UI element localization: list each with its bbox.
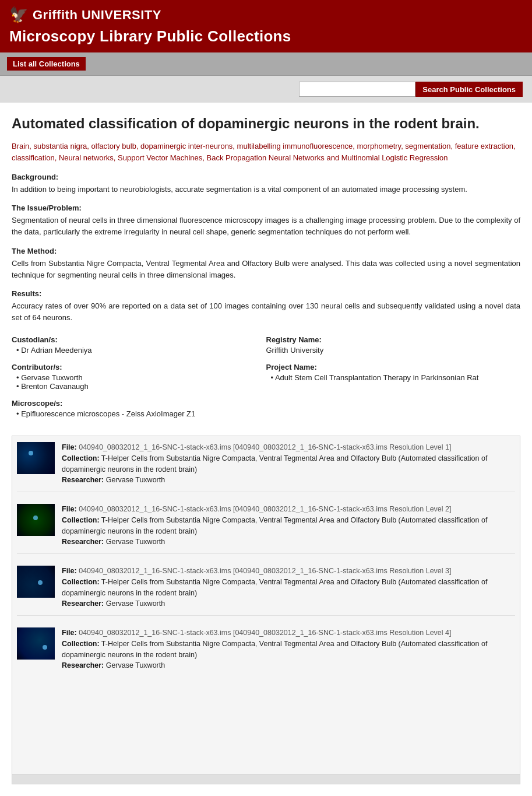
main-content: Automated classification of dopaminergic… [0, 103, 532, 796]
microscope-value: • Epifluorescence microscopes - Zeiss Ax… [12, 409, 266, 418]
file-item: File: 040940_08032012_1_16-SNC-1-stack-x… [17, 627, 515, 677]
registry-label: Registry Name: [266, 335, 521, 344]
section-background-title: Background: [12, 173, 520, 181]
project-label: Project Name: [266, 363, 521, 371]
file-item: File: 040940_08032012_1_16-SNC-1-stack-x… [17, 442, 515, 492]
section-results-title: Results: [12, 289, 520, 298]
contributor-value-1: • Gervase Tuxworth [12, 373, 266, 382]
file-info: File: 040940_08032012_1_16-SNC-1-stack-x… [62, 627, 515, 671]
search-button[interactable]: Search Public Collections [415, 82, 523, 97]
search-bar: Search Public Collections [0, 76, 532, 103]
file-researcher: Researcher: Gervase Tuxworth [62, 660, 515, 671]
section-method: The Method: Cells from Substantia Nigre … [12, 247, 520, 281]
registry-col: Registry Name: Griffith University [266, 335, 521, 355]
microscope-label: Microscope/s: [12, 399, 266, 408]
file-thumbnail [17, 442, 55, 474]
file-thumbnail [17, 504, 55, 536]
file-name: File: 040940_08032012_1_16-SNC-1-stack-x… [62, 567, 451, 575]
section-issue: The Issue/Problem: Segmentation of neura… [12, 204, 520, 238]
file-researcher: Researcher: Gervase Tuxworth [62, 475, 515, 486]
section-issue-body: Segmentation of neural cells in three di… [12, 215, 520, 238]
microscope-col: Microscope/s: • Epifluorescence microsco… [12, 399, 266, 418]
section-results-body: Accuracy rates of over 90% are reported … [12, 300, 520, 324]
list-collections-button[interactable]: List all Collections [7, 57, 86, 71]
contributor-value-2: • Brenton Cavanaugh [12, 382, 266, 391]
file-collection: Collection: T-Helper Cells from Substant… [62, 453, 515, 475]
file-thumbnail [17, 627, 55, 660]
project-value: • Adult Stem Cell Transplantation Therap… [266, 373, 521, 382]
file-name: File: 040940_08032012_1_16-SNC-1-stack-x… [62, 505, 451, 513]
contributor-col: Contributor/s: • Gervase Tuxworth • Bren… [12, 363, 266, 391]
files-panel: File: 040940_08032012_1_16-SNC-1-stack-x… [12, 436, 520, 784]
file-name: File: 040940_08032012_1_16-SNC-1-stack-x… [62, 629, 451, 637]
search-input[interactable] [299, 82, 415, 97]
section-background: Background: In addition to being importa… [12, 173, 520, 195]
section-background-body: In addition to being important to neurob… [12, 184, 520, 195]
file-collection: Collection: T-Helper Cells from Substant… [62, 577, 515, 599]
project-col: Project Name: • Adult Stem Cell Transpla… [266, 363, 521, 391]
registry-value: Griffith University [266, 346, 521, 355]
griffith-logo-icon: 🦅 [9, 6, 28, 24]
file-item: File: 040940_08032012_1_16-SNC-1-stack-x… [17, 504, 515, 554]
logo-text: Griffith UNIVERSITY [33, 8, 161, 23]
logo-area: 🦅 Griffith UNIVERSITY [9, 6, 523, 24]
file-name: File: 040940_08032012_1_16-SNC-1-stack-x… [62, 443, 451, 451]
file-collection: Collection: T-Helper Cells from Substant… [62, 639, 515, 661]
file-info: File: 040940_08032012_1_16-SNC-1-stack-x… [62, 566, 515, 609]
file-item: File: 040940_08032012_1_16-SNC-1-stack-x… [17, 566, 515, 616]
file-info: File: 040940_08032012_1_16-SNC-1-stack-x… [62, 442, 515, 486]
header: 🦅 Griffith UNIVERSITY Microscopy Library… [0, 0, 532, 52]
keywords: Brain, substantia nigra, olfactory bulb,… [12, 141, 520, 163]
custodian-value: • Dr Adrian Meedeniya [12, 346, 266, 355]
section-results: Results: Accuracy rates of over 90% are … [12, 289, 520, 324]
file-info: File: 040940_08032012_1_16-SNC-1-stack-x… [62, 504, 515, 548]
file-collection: Collection: T-Helper Cells from Substant… [62, 515, 515, 537]
section-issue-title: The Issue/Problem: [12, 204, 520, 212]
toolbar: List all Collections [0, 52, 532, 76]
files-scroll[interactable]: File: 040940_08032012_1_16-SNC-1-stack-x… [12, 436, 520, 774]
custodian-label: Custodian/s: [12, 335, 266, 344]
section-method-title: The Method: [12, 247, 520, 255]
metadata: Custodian/s: • Dr Adrian Meedeniya Regis… [12, 335, 520, 426]
horizontal-scrollbar[interactable] [12, 774, 520, 784]
file-researcher: Researcher: Gervase Tuxworth [62, 598, 515, 609]
section-method-body: Cells from Substantia Nigre Compacta, Ve… [12, 258, 520, 281]
contributor-label: Contributor/s: [12, 363, 266, 371]
file-researcher: Researcher: Gervase Tuxworth [62, 536, 515, 548]
article-title: Automated classification of dopaminergic… [12, 114, 520, 132]
file-thumbnail [17, 566, 55, 598]
custodian-col: Custodian/s: • Dr Adrian Meedeniya [12, 335, 266, 355]
site-title: Microscopy Library Public Collections [9, 27, 523, 45]
